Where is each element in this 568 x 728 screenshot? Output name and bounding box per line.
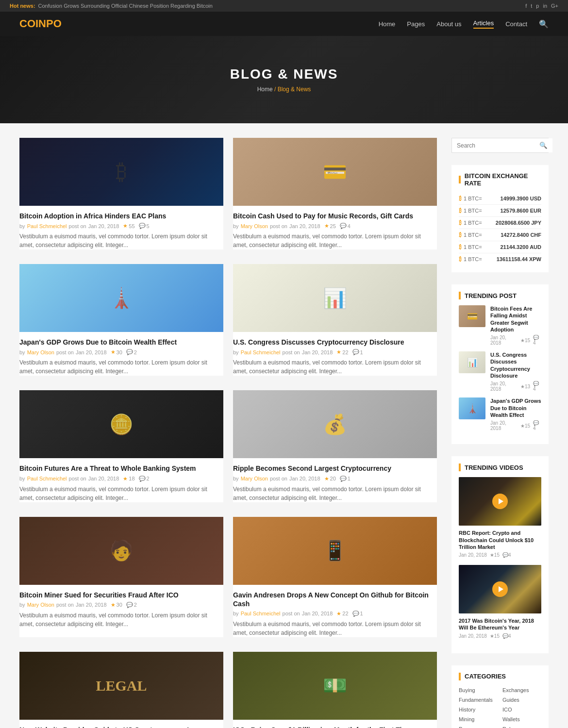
pinterest-icon[interactable]: p bbox=[536, 3, 539, 9]
article-title[interactable]: Gavin Andresen Drops A New Concept On Gi… bbox=[233, 591, 437, 608]
search-input[interactable] bbox=[452, 138, 535, 152]
article-date: Jan 20, 2018 bbox=[76, 602, 107, 608]
article-title[interactable]: ICOs Raise Over $1 Billion in a Month fo… bbox=[233, 726, 437, 728]
social-icons: f t p in G+ bbox=[525, 3, 558, 9]
article-title[interactable]: Bitcoin Adoption in Africa Hinders EAC P… bbox=[19, 212, 223, 220]
logo[interactable]: COINPO bbox=[19, 17, 62, 30]
exchange-rate-row: ₿1 BTC= 21144.3200 AUD bbox=[459, 241, 541, 253]
category-exchanges[interactable]: Exchanges bbox=[502, 686, 541, 694]
trending-post-title[interactable]: Japan's GDP Grows Due to Bitcoin Wealth … bbox=[490, 397, 541, 418]
logo-po: PO bbox=[46, 17, 62, 30]
article-card: 💳 Bitcoin Cash Used to Pay for Music Rec… bbox=[233, 138, 437, 249]
article-excerpt: Vestibulum a euismod mauris, vel commodo… bbox=[233, 232, 437, 249]
sidebar: 🔍 BITCOIN EXCHANGE RATE ₿1 BTC= 14999.39… bbox=[451, 138, 549, 728]
article-title[interactable]: Ripple Becomes Second Largest Cryptocurr… bbox=[233, 464, 437, 473]
nav-contact[interactable]: Contact bbox=[505, 20, 527, 28]
article-meta: by Mary Olson post on Jan 20, 2018 ★30 💬… bbox=[19, 602, 223, 608]
category-mining[interactable]: Mining bbox=[459, 715, 498, 723]
trending-post-info: U.S. Congress Discusses Cryptocurrency D… bbox=[490, 351, 541, 392]
article-image[interactable]: 📱 bbox=[233, 517, 437, 585]
article-image[interactable]: 📊 bbox=[233, 264, 437, 332]
article-meta: by Mary Olson post on Jan 20, 2018 ★20 💬… bbox=[233, 476, 437, 482]
trending-post-title[interactable]: U.S. Congress Discusses Cryptocurrency D… bbox=[490, 351, 541, 379]
article-title[interactable]: Japan's GDP Grows Due to Bitcoin Wealth … bbox=[19, 338, 223, 347]
article-image[interactable]: 💳 bbox=[233, 138, 437, 206]
category-press[interactable]: Press bbox=[459, 725, 498, 728]
search-icon[interactable]: 🔍 bbox=[539, 19, 549, 29]
exchange-rate-title: BITCOIN EXCHANGE RATE bbox=[459, 172, 541, 187]
video-thumbnail[interactable] bbox=[459, 477, 541, 526]
exchange-rate-row: ₿1 BTC= 14999.3900 USD bbox=[459, 193, 541, 205]
logo-coin: COIN bbox=[19, 17, 46, 30]
category-ico[interactable]: ICO bbox=[502, 706, 541, 713]
trending-post-image[interactable]: 🗼 bbox=[459, 397, 485, 419]
trending-videos-section: TRENDING VIDEOS RBC Report: Crypto and B… bbox=[451, 456, 549, 653]
article-image[interactable]: 💵 bbox=[233, 652, 437, 720]
video-thumbnail[interactable] bbox=[459, 565, 541, 613]
article-card: LEGAL New Website Provides Guide to US C… bbox=[19, 652, 223, 728]
article-stats: ★30 💬2 bbox=[111, 602, 137, 608]
article-meta: by Paul Schmeichel post on Jan 20, 2018 … bbox=[19, 476, 223, 482]
trending-post-image[interactable]: 💳 bbox=[459, 305, 485, 327]
top-bar: Hot news: Confusion Grows Surrounding Of… bbox=[0, 0, 568, 12]
article-excerpt: Vestibulum a euismod mauris, vel commodo… bbox=[19, 485, 223, 502]
sidebar-search: 🔍 bbox=[451, 138, 549, 153]
article-card: 📱 Gavin Andresen Drops A New Concept On … bbox=[233, 517, 437, 637]
twitter-icon[interactable]: t bbox=[531, 3, 532, 9]
trending-post-title[interactable]: Bitcoin Fees Are Falling Amidst Greater … bbox=[490, 305, 541, 333]
category-fundamentals[interactable]: Fundamentals bbox=[459, 696, 498, 704]
article-title[interactable]: New Website Provides Guide to US Cryptoc… bbox=[19, 726, 223, 728]
article-image[interactable]: ₿ bbox=[19, 138, 223, 206]
article-title[interactable]: U.S. Congress Discusses Cryptocurrency D… bbox=[233, 338, 437, 347]
article-body: Bitcoin Cash Used to Pay for Music Recor… bbox=[233, 206, 437, 249]
article-body: Ripple Becomes Second Largest Cryptocurr… bbox=[233, 458, 437, 502]
article-image[interactable]: 💰 bbox=[233, 390, 437, 458]
video-title[interactable]: RBC Report: Crypto and Blockchain Could … bbox=[459, 529, 541, 550]
search-button[interactable]: 🔍 bbox=[535, 138, 552, 152]
article-body: Bitcoin Miner Sued for Securities Fraud … bbox=[19, 585, 223, 629]
article-author: Paul Schmeichel bbox=[27, 223, 67, 229]
article-image[interactable]: 🗼 bbox=[19, 264, 223, 332]
trending-post: 🗼 Japan's GDP Grows Due to Bitcoin Wealt… bbox=[459, 397, 541, 431]
nav-pages[interactable]: Pages bbox=[407, 20, 425, 28]
article-title[interactable]: Bitcoin Cash Used to Pay for Music Recor… bbox=[233, 212, 437, 220]
article-card: 💵 ICOs Raise Over $1 Billion in a Month … bbox=[233, 652, 437, 728]
article-title[interactable]: Bitcoin Miner Sued for Securities Fraud … bbox=[19, 591, 223, 599]
article-image[interactable]: 🪙 bbox=[19, 390, 223, 458]
video-title[interactable]: 2017 Was Bitcoin's Year, 2018 Will Be Et… bbox=[459, 617, 541, 631]
hero-title: BLOG & NEWS bbox=[230, 66, 338, 82]
nav-home[interactable]: Home bbox=[379, 20, 396, 28]
main-nav: Home Pages About us Articles Contact 🔍 bbox=[379, 19, 549, 29]
trending-post-image[interactable]: 📊 bbox=[459, 351, 485, 373]
article-excerpt: Vestibulum a euismod mauris, vel commodo… bbox=[233, 485, 437, 502]
linkedin-icon[interactable]: in bbox=[543, 3, 547, 9]
category-guides[interactable]: Guides bbox=[502, 696, 541, 704]
article-image[interactable]: 🧑 bbox=[19, 517, 223, 585]
play-button[interactable] bbox=[492, 581, 508, 597]
article-date: Jan 20, 2018 bbox=[302, 349, 333, 355]
nav-about[interactable]: About us bbox=[436, 20, 461, 28]
article-stats: ★22 💬1 bbox=[336, 611, 363, 617]
trending-post-info: Japan's GDP Grows Due to Bitcoin Wealth … bbox=[490, 397, 541, 431]
hot-news: Hot news: Confusion Grows Surrounding Of… bbox=[10, 3, 213, 9]
nav-articles[interactable]: Articles bbox=[473, 19, 494, 29]
article-author: Paul Schmeichel bbox=[27, 476, 67, 481]
articles-section: ₿ Bitcoin Adoption in Africa Hinders EAC… bbox=[19, 138, 437, 728]
article-comments: 💬5 bbox=[139, 223, 150, 229]
article-card: 🗼 Japan's GDP Grows Due to Bitcoin Wealt… bbox=[19, 264, 223, 376]
trending-videos-title: TRENDING VIDEOS bbox=[459, 463, 541, 471]
category-buying[interactable]: Buying bbox=[459, 686, 498, 694]
article-title[interactable]: Bitcoin Futures Are a Threat to Whole Ba… bbox=[19, 464, 223, 473]
article-body: ICOs Raise Over $1 Billion in a Month fo… bbox=[233, 720, 437, 728]
article-image[interactable]: LEGAL bbox=[19, 652, 223, 720]
article-stats: ★22 💬1 bbox=[336, 349, 363, 355]
googleplus-icon[interactable]: G+ bbox=[551, 3, 558, 9]
category-history[interactable]: History bbox=[459, 706, 498, 713]
article-date: Jan 20, 2018 bbox=[289, 223, 320, 229]
article-body: U.S. Congress Discusses Cryptocurrency D… bbox=[233, 332, 437, 376]
category-wallets[interactable]: Wallets bbox=[502, 715, 541, 723]
categories-title: CATEGORIES bbox=[459, 673, 541, 680]
facebook-icon[interactable]: f bbox=[525, 3, 527, 9]
category-release[interactable]: Release bbox=[502, 725, 541, 728]
breadcrumb-home[interactable]: Home bbox=[257, 86, 273, 93]
